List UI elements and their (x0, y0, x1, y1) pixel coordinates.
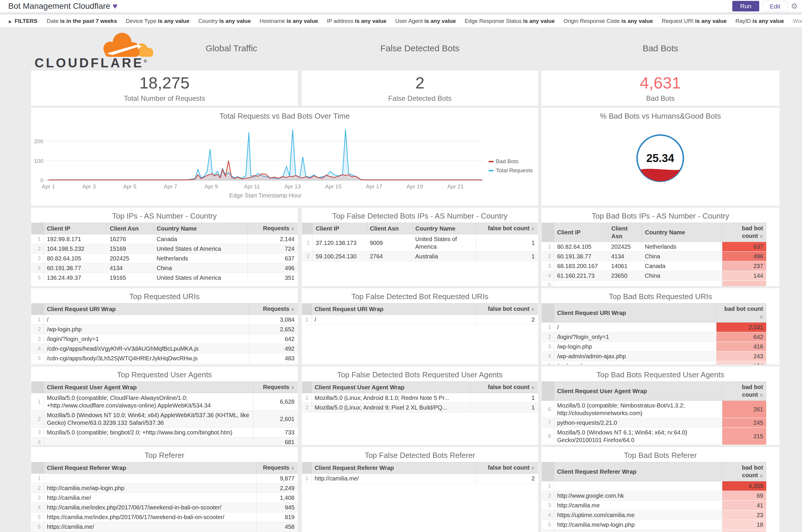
value-column-header[interactable]: Requests ∨ (249, 304, 298, 315)
table-row[interactable]: 2104.198.5.23215169United States of Amer… (32, 244, 298, 254)
column-header[interactable]: Client Request URI Wrap (312, 304, 476, 315)
table-cell: /cdn-cgi/apps/head/xVgyKhR-vV3dAUGhMqfBc… (44, 344, 249, 354)
table-cell: United States of America (413, 234, 476, 252)
column-header[interactable]: Client Asn (608, 223, 642, 242)
data-table: Client Request User Agent Wrapfalse bot … (302, 381, 538, 413)
table-row[interactable]: 14,359 (542, 481, 766, 491)
table-row[interactable]: 2http://camilia.me/wp-login.php2,249 (32, 483, 298, 493)
column-header[interactable]: Client Asn (367, 223, 413, 234)
table-row[interactable]: 3http://camilia.me41 (542, 501, 766, 510)
table-row[interactable]: 2Mozilla/5.0 (Windows NT 10.0; Win64; x6… (32, 411, 298, 428)
edit-button[interactable]: Edit (762, 1, 788, 12)
legend-item-bad-bots[interactable]: Bad Bots (489, 158, 533, 165)
table-row[interactable]: 6Mozilla/5.0 (compatible; Nimbostratus-B… (542, 401, 766, 418)
filter-chip-device-type[interactable]: Device Type is any value (126, 18, 190, 24)
value-column-header[interactable]: bad bot count ∨ (722, 462, 766, 481)
filters-toggle[interactable]: ▶FILTERS (9, 18, 38, 24)
filter-chip-hostname[interactable]: Hostname is any value (260, 18, 318, 24)
filter-chip-request-uri[interactable]: Request URI is any value (662, 18, 727, 24)
table-row[interactable]: 5 (542, 281, 766, 286)
table-row[interactable]: 5136.24.49.3719165United States of Ameri… (32, 273, 298, 283)
table-row[interactable]: 4/wp-admin/admin-ajax.php243 (542, 352, 766, 361)
column-header[interactable]: Client Request Referer Wrap (554, 462, 722, 481)
filter-chip-date[interactable]: Date is in the past 7 weeks (47, 18, 117, 24)
timeseries-chart[interactable]: 0100200Apr 1Apr 3Apr 5Apr 7Apr 9Apr 11Ap… (31, 122, 538, 191)
column-header[interactable]: Client Request URI Wrap (554, 304, 717, 323)
table-row[interactable]: 180.82.64.105202425Netherlands637 (542, 242, 766, 252)
column-header[interactable]: Client Request User Agent Wrap (312, 382, 471, 393)
table-row[interactable]: 380.82.64.105202425Netherlands637 (32, 254, 298, 263)
bad-bots-gauge[interactable]: 25.34 (541, 122, 780, 202)
table-row[interactable]: 260.191.38.774134China496 (542, 252, 766, 261)
table-row[interactable]: 2/wp-login.php2,652 (32, 325, 298, 334)
filter-chip-worker-subrequest[interactable]: Worker Subrequest is... (793, 18, 802, 24)
filter-chip-ip-address[interactable]: IP address is any value (327, 18, 387, 24)
filter-chip-edge-response-status[interactable]: Edge Response Status is any value (464, 18, 554, 24)
table-row[interactable]: 1http://camilia.me/2 (302, 474, 538, 483)
column-header[interactable]: Client Asn (107, 223, 154, 234)
value-column-header[interactable]: Requests ∨ (256, 462, 298, 474)
table-row[interactable]: 1Mozilla/5.0 (compatible; CloudFlare-Alw… (32, 393, 298, 411)
table-row[interactable]: 259.100.254.1302764Australia1 (302, 252, 538, 261)
value-column-header[interactable]: Requests ∨ (254, 382, 298, 393)
table-row[interactable]: 2Mozilla/5.0 (Linux; Android 9; Pixel 2 … (302, 403, 538, 413)
filter-chip-user-agent[interactable]: User Agent is any value (395, 18, 456, 24)
gear-icon[interactable]: ⚙ (791, 2, 798, 11)
filter-chip-rayid[interactable]: RayID is any value (736, 18, 784, 24)
table-row[interactable]: 460.191.38.774134China496 (32, 263, 298, 273)
column-header[interactable]: Client Request Referer Wrap (312, 462, 476, 474)
table-row[interactable]: 5http://camilia.me/wp-login.php18 (542, 520, 766, 530)
value-column-header[interactable]: Requests ∨ (248, 223, 298, 234)
table-row[interactable]: 7python-requests/2.21.0245 (542, 418, 766, 428)
column-header[interactable]: Client Request User Agent Wrap (554, 382, 722, 401)
row-number-header (542, 304, 554, 323)
table-row[interactable]: 5/cdn-cgi/apps/body/3Lh52SjWTQ4HRlErJykH… (32, 354, 298, 363)
table-row[interactable]: 1/2 (302, 315, 538, 325)
data-table: Client Request URI Wrapfalse bot count ∨… (302, 303, 538, 325)
legend-item-total-requests[interactable]: Total Requests (489, 167, 533, 174)
table-row[interactable]: 19,877 (32, 474, 298, 483)
column-header[interactable]: Client IP (313, 223, 367, 234)
value-column-header[interactable]: bad bot count ∨ (722, 223, 766, 242)
table-row[interactable]: 2/login/?login_only=1642 (542, 332, 766, 342)
table-row[interactable]: 2http://www.google.com.hk69 (542, 491, 766, 501)
table-row[interactable]: 1/3,084 (32, 315, 298, 325)
table-cell: 37.120.138.173 (313, 234, 367, 252)
table-row[interactable]: 461.160.221.7323650China144 (542, 271, 766, 281)
filter-chip-origin-response-code[interactable]: Origin Response Code is any value (564, 18, 653, 24)
table-row[interactable]: 1Mozilla/5.0 (Linux; Android 8.1.0; Redm… (302, 393, 538, 403)
value-column-header[interactable]: false bot count ∨ (476, 462, 538, 474)
table-row[interactable]: 6http://camilia.me/11 (542, 530, 766, 532)
value-column-header[interactable]: bad bot count ∨ (717, 304, 766, 323)
column-header[interactable]: Client Request Referer Wrap (44, 462, 256, 474)
table-row[interactable]: 6https://camilia.me/458 (32, 522, 298, 532)
table-row[interactable]: 3/wp-login.php416 (542, 342, 766, 352)
table-row[interactable]: 5/xmlrpc.php124 (542, 361, 766, 365)
column-header[interactable]: Country Name (413, 223, 476, 234)
table-row[interactable]: 8Mozilla/5.0 (Windows NT 6.1; Win64; x64… (542, 428, 766, 445)
table-row[interactable]: 5https://camilia.me/index.php/2017/06/17… (32, 512, 298, 522)
filter-chip-country[interactable]: Country is any value (198, 18, 251, 24)
table-row[interactable]: 368.183.200.16714061Canada237 (542, 261, 766, 271)
table-row[interactable]: 4http://camilia.me/index.php/2017/06/17/… (32, 503, 298, 512)
run-button[interactable]: Run (732, 1, 759, 12)
column-header[interactable]: Client IP (44, 223, 107, 234)
value-column-header[interactable]: false bot count ∨ (476, 223, 538, 234)
table-row[interactable]: 4681 (32, 437, 298, 445)
table-row[interactable]: 3http://camilia.me/1,408 (32, 493, 298, 503)
table-row[interactable]: 1192.99.8.17116276Canada2,144 (32, 234, 298, 244)
table-row[interactable]: 1/2,031 (542, 323, 766, 332)
table-row[interactable]: 4https://uptime.com/camilia.me23 (542, 510, 766, 520)
value-column-header[interactable]: false bot count ∨ (471, 382, 538, 393)
column-header[interactable]: Client IP (554, 223, 608, 242)
column-header[interactable]: Country Name (642, 223, 722, 242)
column-header[interactable]: Country Name (154, 223, 248, 234)
column-header[interactable]: Client Request URI Wrap (44, 304, 249, 315)
table-row[interactable]: 3Mozilla/5.0 (compatible; bingbot/2.0; +… (32, 428, 298, 437)
table-row[interactable]: 3/login/?login_only=1642 (32, 334, 298, 344)
value-column-header[interactable]: bad bot count ∨ (722, 382, 766, 401)
table-row[interactable]: 4/cdn-cgi/apps/head/xVgyKhR-vV3dAUGhMqfB… (32, 344, 298, 354)
table-row[interactable]: 137.120.138.1739009United States of Amer… (302, 234, 538, 252)
column-header[interactable]: Client Request User Agent Wrap (44, 382, 254, 393)
value-column-header[interactable]: false bot count ∨ (476, 304, 538, 315)
